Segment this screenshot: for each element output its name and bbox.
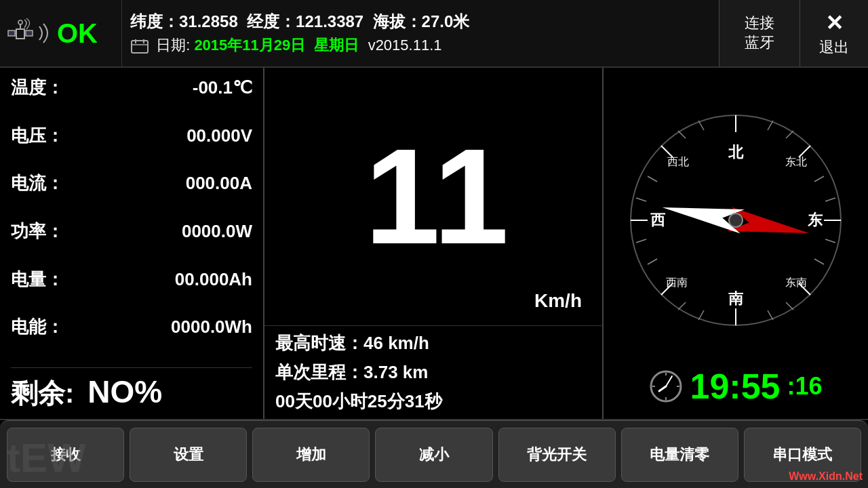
svg-rect-5 <box>132 41 148 53</box>
svg-line-23 <box>814 259 824 264</box>
toolbar: 接收 设置 增加 减小 背光开关 电量清零 串口模式 <box>0 420 868 488</box>
energy-row: 电能： 0000.0Wh <box>11 314 252 340</box>
svg-line-19 <box>786 131 793 138</box>
longitude-label: 经度： <box>247 12 296 30</box>
svg-line-29 <box>636 239 646 243</box>
svg-text:南: 南 <box>728 290 744 307</box>
exit-label: 退出 <box>819 38 849 58</box>
gps-info-section: 纬度：31.2858 经度：121.3387 海拔：27.0米 日期: 2015… <box>122 0 719 66</box>
latitude-value: 31.2858 <box>179 12 238 30</box>
center-panel: 11 Km/h 最高时速：46 km/h 单次里程：3.73 km 00天00小… <box>264 68 604 419</box>
svg-line-18 <box>768 121 773 130</box>
speed-unit: Km/h <box>534 290 582 312</box>
calendar-icon <box>130 38 149 54</box>
latitude-label: 纬度： <box>130 12 179 30</box>
longitude-value: 121.3387 <box>296 12 363 30</box>
svg-line-46 <box>659 386 666 391</box>
trip-label: 单次里程： <box>275 362 363 382</box>
voltage-label: 电压： <box>11 124 64 148</box>
svg-line-21 <box>825 198 835 201</box>
charge-row: 电量： 00.000Ah <box>11 266 252 293</box>
charge-value: 00.000Ah <box>175 269 252 290</box>
energy-value: 0000.0Wh <box>171 317 252 338</box>
watermark: Www.Xidn.Net <box>789 470 863 483</box>
timer-row: 00天00小时25分31秒 <box>275 390 591 413</box>
svg-text:西: 西 <box>650 211 666 228</box>
compass-container: 北 南 东 西 东北 东南 西南 西北 <box>610 75 861 366</box>
svg-rect-2 <box>26 30 33 36</box>
temperature-row: 温度： -00.1℃ <box>11 75 252 101</box>
power-row: 功率： 0000.0W <box>11 218 252 245</box>
svg-line-26 <box>698 310 704 320</box>
ok-status: OK <box>57 18 98 49</box>
altitude-value: 27.0米 <box>422 12 470 30</box>
svg-text:东南: 东南 <box>785 277 807 288</box>
svg-rect-1 <box>8 30 15 36</box>
voltage-row: 电压： 00.000V <box>11 123 252 149</box>
compass-svg: 北 南 东 西 东北 东南 西南 西北 <box>624 108 848 332</box>
speed-info-bottom: 最高时速：46 km/h 单次里程：3.73 km 00天00小时25分31秒 <box>264 326 602 419</box>
svg-text:西南: 西南 <box>666 277 688 288</box>
top-bar: OK 纬度：31.2858 经度：121.3387 海拔：27.0米 日期: 2… <box>0 0 868 68</box>
increase-button[interactable]: 增加 <box>252 428 370 482</box>
svg-line-27 <box>678 302 686 310</box>
svg-line-20 <box>814 176 824 182</box>
remaining-row: 剩余: NO% <box>11 367 252 412</box>
temperature-value: -00.1℃ <box>193 77 252 98</box>
backlight-button[interactable]: 背光开关 <box>498 428 616 482</box>
trip-row: 单次里程：3.73 km <box>275 361 591 384</box>
svg-text:北: 北 <box>728 144 744 161</box>
max-speed-label: 最高时速： <box>275 333 363 353</box>
timer-value: 00天00小时25分31秒 <box>275 390 442 413</box>
charge-label: 电量： <box>11 268 64 291</box>
svg-line-33 <box>698 121 704 130</box>
speed-value: 11 <box>365 129 502 264</box>
svg-line-24 <box>786 302 793 310</box>
svg-line-47 <box>666 376 672 386</box>
exit-button[interactable]: ✕ 退出 <box>800 0 868 66</box>
svg-line-30 <box>636 198 646 201</box>
date-value: 2015年11月29日 <box>194 37 305 54</box>
svg-text:西北: 西北 <box>667 156 689 167</box>
svg-line-25 <box>768 310 773 320</box>
weekday-value: 星期日 <box>314 37 359 54</box>
altitude-label: 海拔： <box>373 12 422 30</box>
clear-power-button[interactable]: 电量清零 <box>621 428 738 482</box>
remaining-label: 剩余: <box>11 375 74 412</box>
settings-button[interactable]: 设置 <box>130 428 247 482</box>
clock-icon <box>649 369 683 403</box>
svg-line-31 <box>648 176 657 182</box>
exit-x-icon: ✕ <box>825 9 844 38</box>
remaining-value: NO% <box>87 373 162 410</box>
right-panel: 北 南 东 西 东北 东南 西南 西北 <box>604 68 868 419</box>
coordinates-row: 纬度：31.2858 经度：121.3387 海拔：27.0米 <box>130 11 711 33</box>
max-speed-row: 最高时速：46 km/h <box>275 331 591 355</box>
clock-time-row: 19:55 :16 <box>649 366 822 412</box>
power-label: 功率： <box>11 220 64 243</box>
svg-line-22 <box>825 239 835 243</box>
current-row: 电流： 000.00A <box>11 170 252 197</box>
satellite-icon <box>7 17 34 49</box>
decrease-button[interactable]: 减小 <box>375 428 492 482</box>
tew-label: tEW <box>7 434 86 481</box>
power-value: 0000.0W <box>182 221 252 242</box>
compass: 北 南 东 西 东北 东南 西南 西北 <box>624 108 848 332</box>
temperature-label: 温度： <box>11 76 64 100</box>
svg-line-28 <box>648 259 657 264</box>
date-prefix: 日期: <box>156 37 190 54</box>
signal-waves-icon <box>37 20 53 47</box>
svg-text:东北: 东北 <box>785 156 807 167</box>
current-label: 电流： <box>11 171 64 195</box>
main-content: 温度： -00.1℃ 电压： 00.000V 电流： 000.00A 功率： 0… <box>0 68 868 420</box>
time-seconds: :16 <box>787 372 822 401</box>
connect-bluetooth-button[interactable]: 连接 蓝牙 <box>719 0 800 66</box>
max-speed-value: 46 km/h <box>363 333 429 353</box>
svg-rect-0 <box>16 29 24 39</box>
left-panel: 温度： -00.1℃ 电压： 00.000V 电流： 000.00A 功率： 0… <box>0 68 264 419</box>
gps-section: OK <box>0 0 122 66</box>
version-label: v2015.11.1 <box>368 37 442 54</box>
voltage-value: 00.000V <box>186 125 252 146</box>
svg-text:东: 东 <box>808 211 823 228</box>
connect-line1: 连接 <box>745 14 774 33</box>
speed-display: 11 Km/h <box>264 68 602 326</box>
